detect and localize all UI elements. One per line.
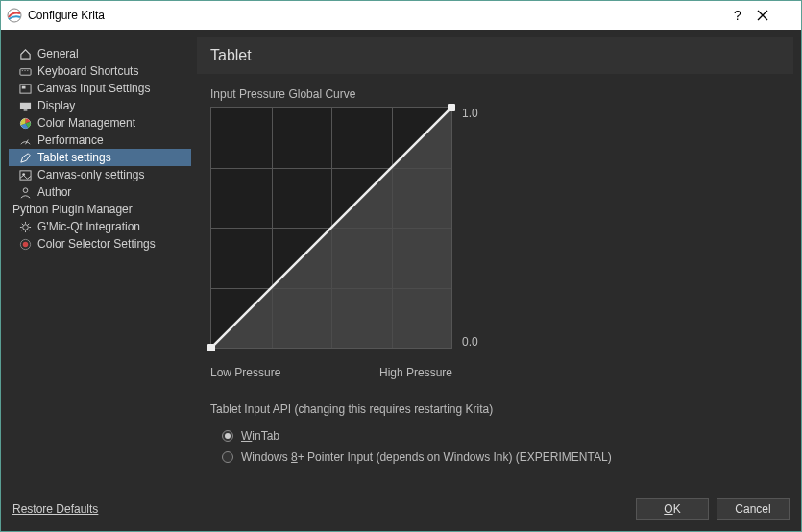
sidebar-item-keyboard-shortcuts[interactable]: Keyboard Shortcuts (9, 62, 191, 80)
sidebar-item-label: Tablet settings (37, 151, 111, 164)
display-icon (18, 99, 32, 112)
radio-button-icon (222, 451, 233, 463)
titlebar: Configure Krita ? (1, 1, 801, 30)
curve-row: 1.0 0.0 (210, 107, 780, 349)
svg-rect-1 (19, 68, 30, 75)
sidebar-item-label: Python Plugin Manager (12, 203, 133, 216)
sidebar-item-label: General (37, 47, 79, 60)
curve-label: Input Pressure Global Curve (210, 87, 780, 101)
x-left-label: Low Pressure (210, 366, 280, 379)
sidebar-item-label: G'Mic-Qt Integration (37, 220, 140, 233)
sidebar-item-label: Author (37, 185, 71, 199)
svg-point-14 (22, 224, 28, 230)
window-title: Configure Krita (28, 9, 718, 22)
home-icon (18, 47, 32, 60)
sidebar-item-canvas-only[interactable]: Canvas-only settings (9, 166, 191, 183)
svg-line-17 (211, 108, 451, 348)
sidebar-item-label: Color Management (37, 116, 135, 130)
keyboard-icon (18, 64, 32, 78)
sidebar-item-label: Performance (37, 133, 104, 147)
panel-title: Tablet (197, 37, 793, 74)
sidebar: General Keyboard Shortcuts Canvas Input … (9, 37, 191, 493)
curve-handle-start[interactable] (207, 344, 215, 351)
radio-wintab[interactable]: WinTab (210, 425, 780, 447)
curve-line (211, 108, 451, 348)
svg-rect-8 (23, 109, 27, 110)
x-right-label: High Pressure (379, 366, 452, 379)
color-selector-icon (18, 237, 32, 251)
y-top-label: 1.0 (462, 107, 478, 120)
sidebar-item-label: Keyboard Shortcuts (37, 64, 138, 78)
svg-rect-6 (21, 85, 25, 88)
content-panel: Tablet Input Pressure Global Curve (197, 37, 793, 493)
svg-point-16 (22, 241, 28, 247)
ok-button[interactable]: OK (636, 498, 709, 520)
sidebar-item-author[interactable]: Author (9, 183, 191, 201)
radio-windows-pointer-label: Windows 8+ Pointer Input (depends on Win… (241, 450, 612, 464)
x-axis-labels: Low Pressure High Pressure (210, 366, 452, 379)
tablet-api-section: Tablet Input API (changing this requires… (210, 402, 780, 468)
svg-rect-7 (19, 102, 30, 109)
gauge-icon (18, 133, 32, 147)
sidebar-item-gmic[interactable]: G'Mic-Qt Integration (9, 218, 191, 235)
close-button[interactable] (757, 10, 795, 21)
api-section-title: Tablet Input API (changing this requires… (210, 402, 780, 416)
image-icon (18, 168, 32, 181)
sidebar-item-general[interactable]: General (9, 45, 191, 62)
sidebar-item-python-plugin[interactable]: Python Plugin Manager (9, 201, 191, 218)
radio-windows-pointer[interactable]: Windows 8+ Pointer Input (depends on Win… (210, 447, 780, 468)
krita-app-icon (7, 8, 22, 23)
gear-icon (18, 220, 32, 233)
sidebar-item-color-management[interactable]: Color Management (9, 114, 191, 132)
radio-button-icon (222, 430, 233, 442)
sidebar-item-canvas-input[interactable]: Canvas Input Settings (9, 80, 191, 97)
color-wheel-icon (18, 116, 32, 130)
sidebar-item-label: Canvas-only settings (37, 168, 144, 181)
sidebar-item-performance[interactable]: Performance (9, 132, 191, 149)
dialog-footer: Restore Defaults OK Cancel (1, 493, 801, 531)
sidebar-item-label: Color Selector Settings (37, 237, 156, 251)
dialog-body: General Keyboard Shortcuts Canvas Input … (1, 30, 801, 493)
pen-icon (18, 151, 32, 164)
sidebar-item-display[interactable]: Display (9, 97, 191, 114)
y-axis-labels: 1.0 0.0 (452, 107, 478, 349)
canvas-input-icon (18, 82, 32, 95)
person-icon (18, 185, 32, 199)
svg-rect-11 (19, 170, 30, 179)
pressure-curve-editor[interactable] (210, 107, 452, 349)
y-bottom-label: 0.0 (462, 335, 478, 349)
sidebar-item-tablet-settings[interactable]: Tablet settings (9, 149, 191, 166)
radio-wintab-label: WinTab (241, 429, 279, 443)
sidebar-item-label: Canvas Input Settings (37, 82, 150, 95)
panel-body: Input Pressure Global Curve (197, 74, 793, 493)
app-window: Configure Krita ? General Keyboard Short… (0, 0, 802, 532)
restore-defaults-button[interactable]: Restore Defaults (12, 498, 98, 520)
sidebar-item-label: Display (37, 99, 75, 112)
curve-handle-end[interactable] (448, 104, 455, 111)
help-button[interactable]: ? (718, 8, 757, 23)
cancel-button[interactable]: Cancel (717, 498, 790, 520)
svg-point-13 (23, 187, 28, 192)
sidebar-item-color-selector[interactable]: Color Selector Settings (9, 235, 191, 253)
